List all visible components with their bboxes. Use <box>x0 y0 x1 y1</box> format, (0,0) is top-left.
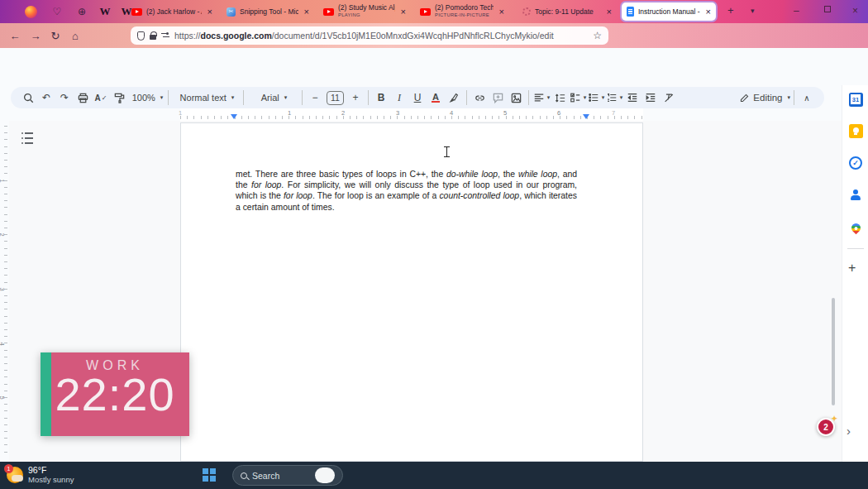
bookmark-star-icon[interactable]: ☆ <box>593 30 602 41</box>
increase-font-size-button[interactable]: + <box>346 89 365 107</box>
numbered-list-button[interactable]: ▾ <box>605 89 623 107</box>
maps-pin-icon <box>849 221 862 234</box>
search-icon <box>241 472 247 479</box>
google-tasks-button[interactable]: ✓ <box>848 156 863 170</box>
tab-snipping-tool[interactable]: ✂ Snipping Tool - Micro × <box>222 2 314 21</box>
notification-badge-overlay[interactable]: 2✦ <box>817 418 835 436</box>
zoom-select[interactable]: 100%▾ <box>128 89 165 107</box>
pinned-tab-heart[interactable]: ♡ <box>50 5 64 18</box>
start-button[interactable] <box>203 468 216 482</box>
window-minimize-button[interactable]: – <box>794 6 799 16</box>
ruler-number: 4 <box>450 109 453 117</box>
insert-link-button[interactable] <box>470 89 489 107</box>
decrease-font-size-button[interactable]: − <box>306 89 324 107</box>
tab-instruction-manual-active[interactable]: Instruction Manual - G × <box>622 2 716 21</box>
search-menus-button[interactable] <box>19 89 37 107</box>
window-close-button[interactable]: × <box>852 6 858 16</box>
text-color-button[interactable]: A <box>427 89 445 107</box>
tab-topic-update[interactable]: Topic: 9-11 Update × <box>517 2 617 21</box>
vertical-scrollbar-thumb[interactable] <box>832 298 835 405</box>
pomodoro-pip-timer[interactable]: WORK 22:20 <box>41 352 189 436</box>
print-button[interactable] <box>74 89 92 107</box>
weather-widget[interactable]: 1 96°F Mostly sunny <box>7 465 74 484</box>
paragraph-style-select[interactable]: Normal text▾ <box>172 89 240 107</box>
decrease-indent-button[interactable] <box>623 89 641 107</box>
clear-formatting-button[interactable] <box>660 89 678 107</box>
divider <box>302 90 303 105</box>
divider <box>368 90 369 105</box>
highlight-color-button[interactable] <box>445 89 463 107</box>
browser-tab-bar: ♡ ⊕ W W (2) Jack Harlow - Alre × ✂ Snipp… <box>0 0 868 23</box>
calendar-icon <box>849 93 863 107</box>
search-placeholder: Search <box>252 471 279 481</box>
ruler-number: 1 <box>288 109 291 117</box>
insert-image-button[interactable] <box>507 89 525 107</box>
youtube-icon <box>131 8 142 16</box>
tab-close-icon[interactable]: × <box>499 7 504 17</box>
ruler-number: 3 <box>396 109 399 117</box>
tab-close-icon[interactable]: × <box>607 7 612 17</box>
editing-mode-label: Editing <box>753 93 782 103</box>
tab-close-icon[interactable]: × <box>304 7 309 17</box>
firefox-view-button[interactable] <box>23 5 38 18</box>
new-tab-button[interactable]: + <box>727 4 734 17</box>
paint-format-button[interactable] <box>110 89 128 107</box>
underline-button[interactable]: U <box>408 89 427 107</box>
redo-button[interactable]: ↷ <box>55 89 74 107</box>
tab-title: (2) Study Music Alpha <box>338 4 395 12</box>
reload-button[interactable]: ↻ <box>47 28 64 43</box>
url-text[interactable]: https://docs.google.com/document/d/1V5cb… <box>174 31 588 41</box>
tab-list-chevron-icon[interactable]: ▾ <box>751 7 755 15</box>
tab-title: Snipping Tool - Micro <box>240 8 298 16</box>
lock-icon[interactable] <box>150 35 156 40</box>
tab-jack-harlow[interactable]: (2) Jack Harlow - Alre × <box>126 2 217 21</box>
tab-pomodoro[interactable]: (2) Pomodoro Technic PICTURE-IN-PICTURE … <box>415 2 509 21</box>
hide-side-panel-chevron[interactable]: › <box>847 424 851 438</box>
tab-close-icon[interactable]: × <box>207 7 212 17</box>
increase-indent-button[interactable] <box>641 89 660 107</box>
line-spacing-button[interactable] <box>551 89 569 107</box>
document-outline-button[interactable] <box>21 132 36 144</box>
tab-close-icon[interactable]: × <box>706 7 711 17</box>
divider <box>466 90 467 105</box>
google-contacts-button[interactable] <box>848 188 863 203</box>
editing-mode-select[interactable]: Editing ▾ <box>739 93 790 103</box>
taskbar-search-box[interactable]: Search <box>232 465 343 486</box>
pinned-tab-wikipedia[interactable]: W <box>98 5 112 18</box>
divider <box>794 90 794 105</box>
forward-button[interactable]: → <box>27 28 44 43</box>
pinned-tab-globe[interactable]: ⊕ <box>74 5 89 18</box>
left-indent-marker[interactable] <box>231 114 237 119</box>
right-indent-marker[interactable] <box>583 114 589 119</box>
tasks-icon: ✓ <box>849 156 862 170</box>
get-addons-button[interactable]: + <box>848 261 856 276</box>
home-button[interactable]: ⌂ <box>67 28 83 43</box>
weather-sun-icon: 1 <box>7 467 23 483</box>
back-button[interactable]: ← <box>7 28 23 43</box>
divider <box>528 90 529 105</box>
window-restore-button[interactable] <box>824 6 831 12</box>
ruler-number: 3 <box>0 287 6 290</box>
document-page[interactable]: met. There are three basic types of loop… <box>180 122 643 462</box>
tab-close-icon[interactable]: × <box>401 7 406 17</box>
bold-button[interactable]: B <box>372 89 390 107</box>
checklist-button[interactable]: ▾ <box>569 89 587 107</box>
url-bar[interactable]: https://docs.google.com/document/d/1V5cb… <box>131 26 608 45</box>
undo-button[interactable]: ↶ <box>37 89 55 107</box>
italic-button[interactable]: I <box>390 89 408 107</box>
google-maps-button[interactable] <box>848 220 863 235</box>
font-select[interactable]: Arial▾ <box>247 89 298 107</box>
doc-paragraph: met. There are three basic types of loop… <box>236 169 577 213</box>
font-size-input[interactable]: 11 <box>327 91 344 105</box>
timer-countdown: 22:20 <box>41 367 189 421</box>
google-calendar-button[interactable] <box>848 92 863 107</box>
bulleted-list-button[interactable]: ▾ <box>587 89 605 107</box>
tab-study-music[interactable]: (2) Study Music Alpha PLAYING × <box>318 2 411 21</box>
align-button[interactable]: ▾ <box>532 89 551 107</box>
spellcheck-button[interactable]: A✓ <box>92 89 110 107</box>
add-comment-button[interactable] <box>489 89 507 107</box>
hide-menus-button[interactable]: ∧ <box>798 89 816 107</box>
google-keep-button[interactable] <box>848 123 863 138</box>
tracking-shield-icon[interactable] <box>137 31 145 41</box>
permissions-icon[interactable] <box>161 32 169 39</box>
